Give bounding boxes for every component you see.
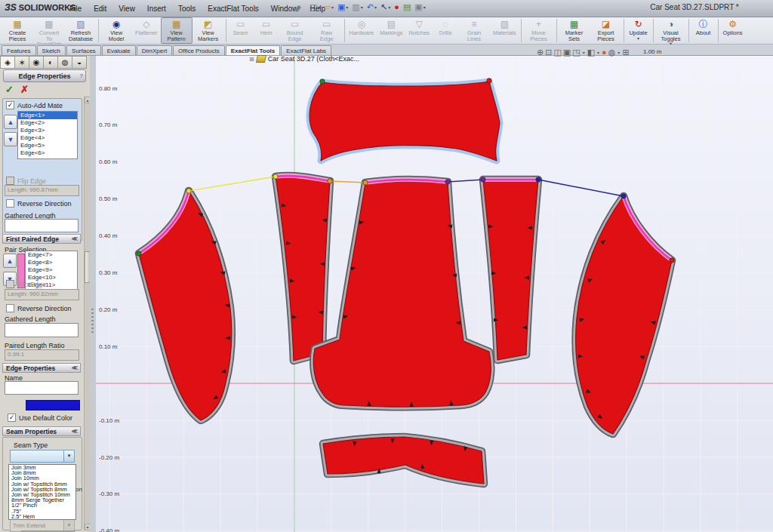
options-window-icon[interactable]: ▣▾ xyxy=(413,2,427,12)
view-orientation-icon[interactable]: ◳ xyxy=(572,46,580,58)
pm-tab-1[interactable]: ◈ xyxy=(0,56,15,69)
vertex-dot[interactable] xyxy=(186,189,191,193)
vertex-dot[interactable] xyxy=(137,251,141,256)
edge-list-item[interactable]: Edge<8> xyxy=(26,259,77,266)
dropdown-caret-icon[interactable]: ▾ xyxy=(583,50,585,55)
feature-tree-item[interactable]: ⊞ Car Seat 3D.27 (Cloth<Exac... xyxy=(249,55,359,63)
grid-scale-icon[interactable]: ⊞ xyxy=(622,46,629,58)
tree-expander-icon[interactable]: ⊞ xyxy=(249,56,254,63)
edge-list-item[interactable]: Edge<2> xyxy=(18,119,77,127)
seam-type-combo[interactable]: ▾ xyxy=(10,450,75,463)
marker-sets-button[interactable]: ▦Marker Sets xyxy=(559,17,590,44)
edge-list-item[interactable]: Edge<5> xyxy=(18,142,77,149)
view-settings-icon[interactable]: ▣ xyxy=(563,46,571,58)
move-up-button[interactable]: ▲ xyxy=(4,115,17,129)
vertex-dot[interactable] xyxy=(363,180,368,185)
edge-color-swatch[interactable] xyxy=(26,400,80,411)
menu-insert[interactable]: Insert xyxy=(141,2,172,15)
menu-tools[interactable]: Tools xyxy=(172,2,202,15)
dropdown-caret-icon[interactable]: ▾ xyxy=(597,50,599,55)
tab-evaluate[interactable]: Evaluate xyxy=(102,45,136,55)
dropdown-caret-icon[interactable]: ▾ xyxy=(388,5,390,10)
vertex-dot[interactable] xyxy=(445,180,450,184)
update-button[interactable]: ↻Update▾ xyxy=(626,17,651,44)
edge-list-item[interactable]: Edge<3> xyxy=(18,127,77,134)
tab-office-products[interactable]: Office Products xyxy=(173,45,225,55)
vertex-dot[interactable] xyxy=(481,177,485,182)
rebuild-icon[interactable]: ● xyxy=(393,2,401,12)
new-document-icon[interactable]: ▢▾ xyxy=(308,2,322,12)
name-input[interactable] xyxy=(5,381,79,395)
about-button[interactable]: ⓘAbout xyxy=(691,17,716,44)
pair-move-up-button[interactable]: ▲ xyxy=(3,254,17,268)
vertex-dot[interactable] xyxy=(670,258,674,263)
zoom-fit-icon[interactable]: ⊕ xyxy=(537,46,544,58)
vertex-dot[interactable] xyxy=(320,79,325,84)
use-default-color-checkbox[interactable]: Use Default Color xyxy=(8,414,72,422)
edge-list-item[interactable]: Edge<1> xyxy=(18,112,77,119)
first-paired-edge-header[interactable]: First Paired Edge≪ xyxy=(2,234,81,244)
undo-icon[interactable]: ↶▾ xyxy=(365,2,378,12)
menu-view[interactable]: View xyxy=(112,2,141,15)
reverse-direction-2-checkbox[interactable]: Reverse Direction xyxy=(6,304,72,312)
select-icon[interactable]: ↖▾ xyxy=(379,2,392,12)
move-down-button[interactable]: ▼ xyxy=(4,132,17,146)
edit-scene-icon[interactable]: ◍ xyxy=(608,46,616,58)
vertex-dot[interactable] xyxy=(621,194,626,198)
file-properties-icon[interactable]: ▤ xyxy=(402,2,412,12)
appearances-icon[interactable]: ● xyxy=(602,46,607,58)
vertex-dot[interactable] xyxy=(328,179,332,183)
edge-list-item[interactable]: Edge<6> xyxy=(18,149,77,157)
seam-properties-section-header[interactable]: Seam Properties≪ xyxy=(2,426,81,436)
dropdown-caret-icon[interactable]: ▾ xyxy=(637,36,639,41)
cancel-x-button[interactable]: ✗ xyxy=(20,84,29,95)
pattern-piece-bottom-strip[interactable] xyxy=(323,437,484,484)
tab-surfaces[interactable]: Surfaces xyxy=(66,45,101,55)
auto-add-mate-checkbox[interactable]: Auto-Add Mate xyxy=(6,101,63,109)
pattern-piece-headrest[interactable] xyxy=(310,81,500,161)
tab-dimxpert[interactable]: DimXpert xyxy=(137,45,172,55)
dropdown-caret-icon[interactable]: ▾ xyxy=(318,5,320,10)
menu-file[interactable]: File xyxy=(63,2,88,15)
edge-list-item[interactable]: Edge<9> xyxy=(26,266,77,274)
pattern-piece-right-bolster[interactable] xyxy=(576,196,672,434)
save-icon[interactable]: ▣▾ xyxy=(336,2,350,12)
menu-edit[interactable]: Edit xyxy=(88,2,112,15)
pattern-piece-left-bolster[interactable] xyxy=(139,191,232,420)
combo-caret-icon[interactable]: ▾ xyxy=(63,451,74,462)
create-pieces-button[interactable]: ▦Create Pieces xyxy=(2,17,33,44)
dropdown-caret-icon[interactable]: ▾ xyxy=(617,50,620,55)
pattern-piece-left-strip[interactable] xyxy=(276,176,330,361)
open-icon[interactable]: ▱▾ xyxy=(322,2,334,12)
refresh-database-button[interactable]: ▨Refresh Database xyxy=(65,17,97,44)
pattern-canvas[interactable]: 0.80 m0.70 m0.60 m0.50 m0.40 m0.30 m0.20… xyxy=(96,56,773,532)
edge-list-item[interactable]: Edge<4> xyxy=(18,134,77,142)
vertex-dot[interactable] xyxy=(487,78,491,83)
pm-tab-6[interactable]: ◒ xyxy=(72,56,87,69)
display-style-icon[interactable]: ◧ xyxy=(587,46,595,58)
pattern-piece-center-panel[interactable] xyxy=(313,180,491,407)
view-pattern-button[interactable]: ▦View Pattern xyxy=(161,17,192,44)
edge-list-item[interactable]: Edge<7> xyxy=(26,251,77,259)
gathered-length-2-input[interactable] xyxy=(5,323,79,337)
section-view-icon[interactable]: ◫ xyxy=(553,46,561,58)
visual-toggles-button[interactable]: ◑Visual Toggles▾ xyxy=(655,17,687,44)
dropdown-caret-icon[interactable]: ▾ xyxy=(361,5,363,10)
zoom-area-icon[interactable]: ⊡ xyxy=(545,46,552,58)
ok-checkmark-button[interactable]: ✓ xyxy=(5,84,14,95)
vertex-dot[interactable] xyxy=(273,174,278,179)
print-icon[interactable]: ▥▾ xyxy=(350,2,364,12)
seam-type-option[interactable]: 2.5" Hem xyxy=(9,514,75,519)
help-icon[interactable]: ? xyxy=(80,72,83,79)
menu-exactflat-tools[interactable]: ExactFlat Tools xyxy=(202,2,265,15)
checkbox-check[interactable] xyxy=(6,101,14,109)
dropdown-caret-icon[interactable]: ▾ xyxy=(346,5,348,10)
pm-tab-4[interactable]: ◐ xyxy=(44,56,58,69)
tab-features[interactable]: Features xyxy=(2,45,36,55)
tab-sketch[interactable]: Sketch xyxy=(37,45,66,55)
vertex-dot[interactable] xyxy=(536,177,540,182)
gathered-length-1-input[interactable] xyxy=(5,219,79,232)
splitter-grip[interactable] xyxy=(91,309,94,334)
graphics-viewport[interactable]: 0.80 m0.70 m0.60 m0.50 m0.40 m0.30 m0.20… xyxy=(96,56,773,532)
view-model-button[interactable]: ◉View Model xyxy=(100,17,132,44)
